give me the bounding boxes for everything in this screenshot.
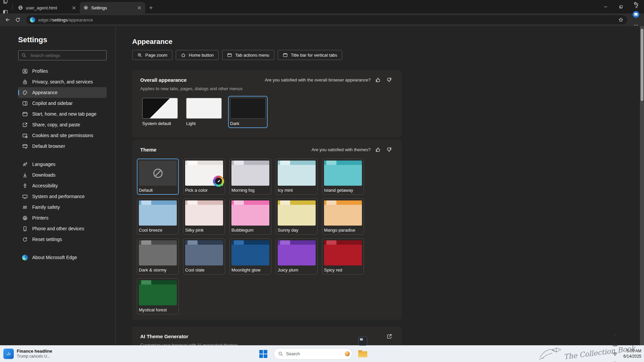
sidebar-item-copilot-and-sidebar[interactable]: Copilot and sidebar	[18, 98, 107, 109]
tab-close-icon[interactable]	[71, 5, 76, 10]
address-bar[interactable]: edge://settings/appearance	[25, 15, 628, 25]
nav-group-gap	[18, 245, 107, 252]
theme-tile-mango-paradise[interactable]: Mango paradise	[322, 198, 364, 235]
theme-tile-morning-fog[interactable]: Morning fog	[229, 159, 271, 195]
window-maximize-button[interactable]	[613, 0, 629, 13]
refresh-button[interactable]	[13, 15, 23, 25]
theme-tile-icy-mint[interactable]: Icy mint	[276, 159, 318, 195]
browser-tab-Settings[interactable]: Settings	[80, 2, 145, 13]
sidebar-item-privacy-search-and-services[interactable]: Privacy, search, and services	[18, 76, 107, 87]
theme-tile-island-getaway[interactable]: Island getaway	[322, 159, 364, 195]
sidebar-item-label: Family safety	[32, 204, 60, 210]
sidebar-item-default-browser[interactable]: Default browser	[18, 141, 107, 152]
theme-tile-mystical-forest[interactable]: Mystical forest	[137, 278, 179, 314]
back-button[interactable]	[3, 15, 13, 25]
sidebar-item-appearance[interactable]: Appearance	[18, 87, 107, 98]
thumbs-up-button[interactable]	[373, 75, 382, 84]
overall-feedback-text: Are you satisfied with the overall brows…	[265, 77, 371, 82]
nav-group-gap	[18, 152, 107, 159]
theme-preview	[139, 200, 177, 226]
theme-tile-dark-stormy[interactable]: Dark & stormy	[137, 238, 179, 275]
task-view-button[interactable]	[356, 335, 369, 348]
chevron-up-button[interactable]	[611, 330, 619, 340]
page-scrollbar[interactable]	[640, 26, 644, 346]
overall-option-dark[interactable]: Dark	[228, 96, 268, 128]
settings-sidebar: Settings Profiles Privacy, search, and s…	[0, 26, 115, 346]
title-bar-for-vertical-tabs-button[interactable]: Title bar for vertical tabs	[278, 50, 342, 60]
theme-tile-pick-a-color[interactable]: Pick a color	[183, 159, 225, 195]
theme-label: Pick a color	[185, 188, 223, 193]
widgets-button[interactable]: Finance headline Trump cancels U...	[3, 346, 52, 362]
browser-tab-user_agent.html[interactable]: user_agent.html	[14, 2, 80, 13]
theme-tile-silky-pink[interactable]: Silky pink	[183, 198, 225, 235]
browser-essentials-button[interactable]	[631, 9, 641, 20]
overall-option-light[interactable]: Light	[184, 96, 224, 128]
taskbar-search[interactable]: Search	[274, 348, 352, 360]
settings-search-input[interactable]	[30, 53, 103, 58]
add-favorite-star-icon[interactable]	[618, 17, 624, 22]
sidebar-item-label: Cookies and site permissions	[32, 133, 93, 138]
sidebar-item-family-safety[interactable]: Family safety	[18, 202, 107, 213]
sidebar-item-accessibility[interactable]: Accessibility	[18, 180, 107, 191]
sidebar-item-system-and-performance[interactable]: System and performance	[18, 191, 107, 202]
overall-option-system-default[interactable]: System default	[140, 96, 180, 128]
new-tab-button[interactable]	[145, 2, 157, 13]
taskbar-center: Search	[257, 346, 369, 362]
sidebar-item-about-microsoft-edge[interactable]: About Microsoft Edge	[18, 252, 107, 263]
quick-button-label: Home button	[189, 53, 214, 58]
external-link-icon[interactable]	[385, 332, 393, 341]
theme-tile-spicy-red[interactable]: Spicy red	[322, 238, 364, 275]
sidebar-item-printers[interactable]: Printers	[18, 213, 107, 223]
thumbs-up-button[interactable]	[373, 145, 382, 154]
sidebar-item-downloads[interactable]: Downloads	[18, 170, 107, 180]
sidebar-item-share-copy-and-paste[interactable]: Share, copy, and paste	[18, 119, 107, 130]
sidebar-item-phone-and-other-devices[interactable]: Phone and other devices	[18, 223, 107, 234]
theme-label: Icy mint	[278, 188, 316, 193]
sidebar-item-reset-settings[interactable]: Reset settings	[18, 234, 107, 245]
thumbs-down-icon	[386, 77, 392, 83]
window-minimize-button[interactable]	[598, 0, 613, 13]
thumbs-down-button[interactable]	[385, 145, 393, 154]
sidebar-item-languages[interactable]: Languages	[18, 159, 107, 170]
system-icon	[22, 194, 28, 199]
file-explorer-button[interactable]	[356, 348, 369, 360]
settings-search-box[interactable]	[18, 50, 107, 60]
favorites-button[interactable]	[631, 0, 641, 9]
browser-essentials-icon	[633, 11, 639, 18]
theme-tile-default[interactable]: Default	[137, 159, 179, 195]
taskbar-clock[interactable]: 5:09 AM 6/14/2025	[624, 349, 641, 359]
sidebar-item-label: Downloads	[32, 172, 55, 178]
sidebar-item-label: Languages	[32, 162, 55, 167]
home-button-button[interactable]: Home button	[176, 50, 219, 60]
tab-actions-menu-button[interactable]: Tab actions menu	[222, 50, 274, 60]
wifi-button[interactable]	[611, 349, 619, 359]
scrollbar-thumb[interactable]	[641, 29, 643, 101]
overall-appearance-heading: Overall appearance	[140, 77, 186, 83]
downloads-icon	[22, 172, 28, 178]
titlebar-tabs-icon	[283, 53, 288, 58]
tab-close-icon[interactable]	[137, 5, 142, 10]
edge-logo-icon	[30, 17, 35, 22]
theme-label: Spicy red	[324, 267, 362, 273]
theme-tile-moonlight-glow[interactable]: Moonlight glow	[229, 238, 271, 275]
cloud-button[interactable]	[611, 340, 619, 349]
thumbs-down-button[interactable]	[385, 75, 393, 84]
sidebar-item-cookies-and-site-permissions[interactable]: Cookies and site permissions	[18, 130, 107, 141]
workspaces-button[interactable]	[0, 0, 11, 7]
theme-tile-cool-breeze[interactable]: Cool breeze	[137, 198, 179, 235]
theme-tile-bubblegum[interactable]: Bubblegum	[229, 198, 271, 235]
sidebar-item-profiles[interactable]: Profiles	[18, 66, 107, 76]
theme-tile-juicy-plum[interactable]: Juicy plum	[276, 238, 318, 275]
theme-tile-sunny-day[interactable]: Sunny day	[276, 198, 318, 235]
microsoft-edge-button[interactable]	[356, 360, 369, 362]
favorites-icon	[633, 1, 639, 6]
back-arrow-icon	[5, 17, 10, 22]
overall-appearance-options: System default Light Dark	[140, 96, 393, 128]
theme-tile-cool-slate[interactable]: Cool slate	[183, 238, 225, 275]
start-button[interactable]	[257, 348, 270, 360]
sidebar-item-start-home-and-new-tab-page[interactable]: Start, home, and new tab page	[18, 109, 107, 119]
titlebar-separator	[12, 4, 13, 10]
option-label: Light	[186, 121, 222, 126]
volume-button[interactable]	[611, 359, 619, 362]
page-zoom-button[interactable]: Page zoom	[132, 50, 172, 60]
